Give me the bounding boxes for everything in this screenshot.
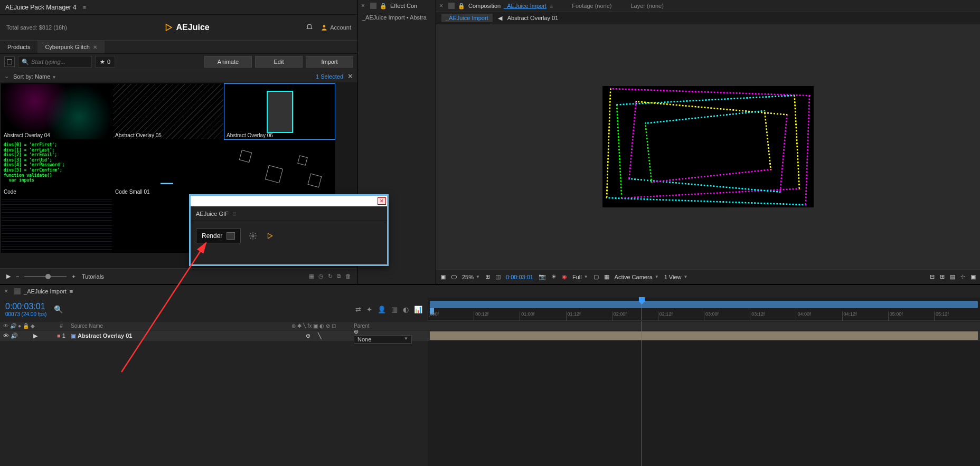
layout-toggle-button[interactable] <box>4 56 15 67</box>
import-button[interactable]: Import <box>306 56 353 68</box>
search-box[interactable]: 🔍 <box>18 56 92 68</box>
layer-duration-bar[interactable] <box>430 331 978 340</box>
tutorials-link[interactable]: Tutorials <box>82 273 104 280</box>
layer-color-icon[interactable]: ■ <box>57 332 61 339</box>
comp-breadcrumb-item[interactable]: Abstract Overlay 01 <box>507 15 559 21</box>
layer-bar-row[interactable] <box>428 330 980 341</box>
thumb-code[interactable]: divs[0] = 'errFirst'; divs[1] = 'errLast… <box>1 140 112 196</box>
switch-icon[interactable]: ⊕ <box>291 323 296 329</box>
camera-dropdown[interactable]: Active Camera▼ <box>615 274 659 280</box>
collapse-icon[interactable]: ⌄ <box>4 73 9 80</box>
label-column-icon[interactable]: ◆ <box>31 323 35 329</box>
lock-icon[interactable]: 🔒 <box>380 3 387 9</box>
timeline-layer-row[interactable]: 👁 🔊 ▶ ■ 1 ▣ Abstract Overlay 01 ⊕ ╲ ⊚ No… <box>0 330 428 341</box>
roi-icon[interactable]: ▢ <box>593 273 599 280</box>
switch-icon[interactable]: ✱ <box>297 323 301 329</box>
grid-icon[interactable]: ▦ <box>604 273 609 280</box>
thumb-code-small-01[interactable]: ▬▬▬Code Small 01 <box>112 140 224 196</box>
timeline-tab[interactable]: _AEJuice Import ≡ <box>14 288 73 294</box>
pickwhip-icon[interactable]: ⊚ <box>354 328 359 335</box>
twirl-icon[interactable]: ▶ <box>33 332 37 339</box>
mask-icon[interactable]: ◫ <box>495 273 501 280</box>
tab-cyberpunk-glitch[interactable]: Cyberpunk Glitch ✕ <box>37 41 104 53</box>
sort-dropdown[interactable]: Sort by: Name ▼ <box>13 73 56 80</box>
timeline-right[interactable]: ):00f00:12f01:00f01:12f02:00f02:12f03:00… <box>428 298 980 466</box>
refresh-icon[interactable]: ↻ <box>328 273 333 280</box>
audio-column-icon[interactable]: 🔊 <box>10 323 16 329</box>
bell-icon[interactable] <box>306 24 313 31</box>
tl-tool-icon[interactable]: ⇄ <box>355 306 361 313</box>
panel-menu-icon[interactable]: ≡ <box>70 288 73 294</box>
animate-button[interactable]: Animate <box>204 56 252 68</box>
tl-frame-blend-icon[interactable]: ▥ <box>391 306 398 313</box>
lock-icon[interactable]: 🔒 <box>458 3 465 9</box>
play-icon[interactable]: ▶ <box>6 273 11 280</box>
switch-icon[interactable]: ▣ <box>313 323 318 329</box>
edit-button[interactable]: Edit <box>255 56 303 68</box>
trash-icon[interactable]: 🗑 <box>345 273 351 280</box>
tl-fx-icon[interactable]: ✦ <box>366 306 372 313</box>
timeline-frames[interactable]: 00073 (24.00 fps) <box>5 311 46 317</box>
layer-tab[interactable]: Layer (none) <box>631 3 664 9</box>
lock-column-icon[interactable]: 🔒 <box>23 323 29 329</box>
zoom-slider[interactable] <box>24 276 67 277</box>
plus-icon[interactable]: + <box>72 273 75 280</box>
tl-graph-icon[interactable]: 📊 <box>414 306 422 313</box>
account-button[interactable]: Account <box>321 24 351 31</box>
flowchart-icon[interactable]: ⊹ <box>960 273 965 280</box>
close-icon[interactable]: × <box>4 288 8 295</box>
quality-icon[interactable]: ╲ <box>318 332 322 339</box>
thumb-cubes[interactable] <box>224 140 335 196</box>
gif-titlebar[interactable]: ✕ <box>191 196 387 206</box>
thumb-abstract-overlay-05[interactable]: Abstract Overlay 05 <box>112 83 224 140</box>
view-dropdown[interactable]: 1 View▼ <box>664 274 688 280</box>
switch-icon[interactable]: ⊡ <box>332 323 336 329</box>
comp-tab-active[interactable]: _AEJuice Import <box>441 14 493 22</box>
solo-column-icon[interactable]: ● <box>18 323 21 329</box>
aejuice-gif-window[interactable]: ✕ AEJuice GIF ≡ Render <box>189 194 389 266</box>
favorites-chip[interactable]: ★ 0 <box>95 56 115 68</box>
timeline-icon[interactable]: ▤ <box>950 273 955 280</box>
close-icon[interactable]: × <box>439 2 443 9</box>
tab-products[interactable]: Products <box>0 41 37 53</box>
search-input[interactable] <box>31 59 88 65</box>
resolution-icon[interactable]: ⊞ <box>485 273 490 280</box>
close-icon[interactable]: ✕ <box>93 44 97 50</box>
render-button[interactable]: Render <box>196 229 241 243</box>
aejuice-mini-icon[interactable] <box>265 231 275 241</box>
eye-column-icon[interactable]: 👁 <box>3 323 8 329</box>
composition-viewer[interactable] <box>436 24 980 269</box>
switch-icon[interactable]: ⊘ <box>326 323 330 329</box>
grid-view-icon[interactable]: ▦ <box>309 273 314 280</box>
resolution-dropdown[interactable]: Full▼ <box>572 274 588 280</box>
thumb-abstract-overlay-04[interactable]: Abstract Overlay 04 <box>1 83 112 140</box>
clear-selection-icon[interactable]: ✕ <box>347 72 353 80</box>
footage-tab[interactable]: Footage (none) <box>572 3 611 9</box>
copy-icon[interactable]: ⧉ <box>337 273 341 280</box>
clock-icon[interactable]: ◷ <box>318 273 324 280</box>
thumb-abstract-overlay-06[interactable]: Abstract Overlay 06 <box>224 83 335 140</box>
minus-icon[interactable]: − <box>16 273 19 280</box>
parent-dropdown[interactable]: None▼ <box>354 335 412 344</box>
snapshot-icon[interactable]: 📷 <box>539 273 546 280</box>
display-icon[interactable]: 🖵 <box>451 274 457 280</box>
exposure-icon[interactable]: ☀ <box>551 273 557 280</box>
zoom-dropdown[interactable]: 25%▼ <box>462 274 480 280</box>
panel-menu-icon[interactable]: ≡ <box>83 4 86 11</box>
switch-icon[interactable]: fx <box>308 323 312 329</box>
thumb-item[interactable] <box>1 196 112 253</box>
footer-timecode[interactable]: 0:00:03:01 <box>506 274 533 280</box>
playhead[interactable] <box>642 298 642 320</box>
fast-preview-icon[interactable]: ⊞ <box>940 273 945 280</box>
source-name-column[interactable]: Source Name <box>67 323 277 329</box>
window-close-button[interactable]: ✕ <box>378 197 386 205</box>
time-ruler[interactable]: ):00f00:12f01:00f01:12f02:00f02:12f03:00… <box>428 298 980 321</box>
composition-name[interactable]: _AEJuice Import <box>504 3 546 9</box>
tl-motion-blur-icon[interactable]: ◐ <box>403 306 409 313</box>
close-icon[interactable]: × <box>361 2 365 9</box>
timeline-timecode[interactable]: 0:00:03:01 <box>5 302 46 311</box>
switch-icon[interactable]: ╲ <box>303 323 306 329</box>
chevron-left-icon[interactable]: ◀ <box>498 15 502 22</box>
search-timeline-icon[interactable]: 🔍 <box>54 305 63 313</box>
audio-icon[interactable]: 🔊 <box>11 332 18 339</box>
